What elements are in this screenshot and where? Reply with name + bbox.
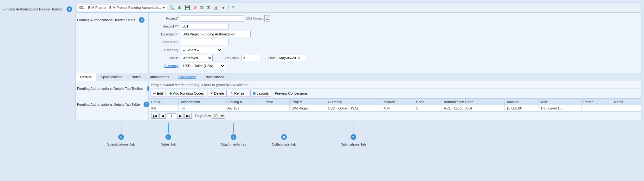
edit-label: Edit [157, 91, 163, 95]
copy-button[interactable]: ⧉ [199, 4, 204, 11]
layouts-icon: ⊞ [253, 91, 256, 96]
add-funding-button[interactable]: ⊕ Add Funding Codes [167, 90, 206, 97]
category-select[interactable]: -- Select -- [181, 47, 222, 53]
next-page-button[interactable]: ▶ [177, 113, 184, 119]
cell-row0-col3 [264, 105, 289, 111]
category-row: Category -- Select -- [152, 47, 637, 53]
funding-auth-header-toolbar: 001 - BIM Project - BIM Project Funding … [76, 3, 641, 13]
col-wbs-menu[interactable]: ⋮ [550, 100, 553, 104]
header-fields-label-text: Funding Authorizations Header Fields [77, 18, 135, 22]
help-button[interactable]: ? [231, 5, 235, 11]
cell-row0-col4: BIM Project [289, 105, 326, 111]
record-input[interactable] [181, 23, 229, 29]
col-attachments: Attachments⋮ [178, 99, 224, 105]
badge-6: 6 [165, 134, 171, 140]
col-code-menu[interactable]: ⋮ [426, 100, 429, 104]
annotation-9: 9 Notifications Tab [340, 123, 366, 146]
table-row: 001(0)Dev 109BIM ProjectUSD - Dollar (US… [149, 105, 641, 111]
page-size-label: Page Size [195, 114, 211, 118]
currency-select[interactable]: USD - Dollar (USA) [181, 63, 225, 69]
layouts-label: Layouts [257, 91, 269, 95]
col-source-menu[interactable]: ⋮ [396, 100, 399, 104]
date-input[interactable] [278, 55, 306, 61]
col-notes-menu[interactable]: ⋮ [624, 100, 628, 104]
email-button[interactable]: ✉ [206, 4, 211, 11]
col-auth-code: Authorization Code⋮ [442, 99, 505, 105]
description-input[interactable] [181, 31, 251, 37]
refresh-button[interactable]: ↻ Refresh [228, 90, 249, 97]
col-project-menu[interactable]: ⋮ [304, 100, 307, 104]
annotation-5-line [121, 123, 121, 133]
date-label: Date [267, 56, 278, 60]
annotation-7-label: Attachments Tab [221, 142, 247, 146]
col-period: Period⋮ [581, 99, 612, 105]
col-auth-code-menu[interactable]: ⋮ [475, 100, 478, 104]
status-row: Status Approved Revision Date [152, 55, 637, 61]
description-label: Description [152, 32, 181, 36]
edit-icon: ✏ [153, 91, 156, 96]
col-attachments-menu[interactable]: ⋮ [201, 100, 204, 104]
annotation-7: 7 Attachments Tab [221, 123, 247, 146]
toolbar-separator [229, 5, 229, 10]
more-button[interactable]: ▼ [220, 4, 227, 11]
col-line-menu[interactable]: ⋮ [162, 100, 165, 104]
layouts-button[interactable]: ⊞ Layouts [250, 90, 272, 97]
reference-input[interactable] [181, 39, 229, 45]
col-code: Code⋮ [414, 99, 442, 105]
project-label: Project [152, 16, 181, 20]
first-page-button[interactable]: |◀ [151, 113, 158, 119]
col-period-menu[interactable]: ⋮ [595, 100, 598, 104]
tab-notes[interactable]: Notes [127, 73, 145, 81]
current-page-input[interactable] [167, 113, 176, 118]
delete-button[interactable]: ✕ [192, 4, 198, 11]
header-fields-badge: 2 [139, 17, 145, 23]
annotation-8-line [284, 123, 284, 133]
refresh-label: Refresh [234, 91, 247, 95]
record-dropdown[interactable]: 001 - BIM Project - BIM Project Funding … [78, 4, 167, 11]
revision-input[interactable] [241, 55, 260, 61]
tab-specifications[interactable]: Specifications [96, 73, 127, 81]
cell-row0-col1: (0) [178, 105, 224, 111]
currency-link[interactable]: Currency [152, 64, 181, 68]
col-amount: Amount⋮ [505, 99, 538, 105]
add-button[interactable]: ⊕ [177, 4, 183, 11]
add-funding-label: Add Funding Codes [173, 91, 204, 95]
col-funding: Funding #⋮ [224, 99, 264, 105]
cell-row0-col8: RCL - 11568.8854 [442, 105, 505, 111]
project-input[interactable] [181, 15, 244, 22]
tab-collaborate[interactable]: Collaborate [174, 73, 201, 81]
tab-attachments[interactable]: Attachments [145, 73, 174, 81]
annotation-8-label: Collaborate Tab [272, 142, 296, 146]
badge-9: 9 [351, 134, 356, 140]
annotation-6-line [168, 123, 169, 133]
drag-hint: Drag a column header and drop it here to… [149, 81, 641, 89]
dropdown-arrow-icon[interactable]: ▼ [162, 6, 165, 9]
col-amount-menu[interactable]: ⋮ [520, 100, 523, 104]
cell-row0-col10: 1.3 - Level 1.3 [538, 105, 582, 111]
print-button[interactable]: 🖨 [213, 4, 219, 11]
annotation-7-line [233, 123, 234, 133]
last-page-button[interactable]: ▶| [184, 113, 192, 119]
page-size-select[interactable]: 20 50 100 [212, 113, 225, 119]
search-button[interactable]: 🔍 [168, 4, 176, 11]
dropdown-value: 001 - BIM Project - BIM Project Funding … [79, 6, 161, 9]
status-select[interactable]: Approved [181, 55, 213, 61]
tab-notifications[interactable]: Notifications [201, 73, 229, 81]
edit-button[interactable]: ✏ Edit [151, 90, 165, 97]
project-picker-button[interactable]: ... [264, 15, 270, 22]
badge-8: 8 [281, 134, 287, 140]
col-currency-menu[interactable]: ⋮ [343, 100, 346, 104]
category-label: Category [152, 48, 181, 52]
tab-details[interactable]: Details [76, 73, 96, 81]
col-year-menu[interactable]: ⋮ [274, 100, 277, 104]
main-content: 001 - BIM Project - BIM Project Funding … [75, 3, 641, 120]
preview-button[interactable]: Preview Conversions [273, 90, 310, 97]
delete-row-button[interactable]: ✕ Delete [208, 90, 227, 97]
attachment-link[interactable]: (0) [181, 106, 185, 110]
revision-label: Revision [222, 56, 241, 60]
save-button[interactable]: 💾 [184, 4, 191, 11]
prev-page-button[interactable]: ◀ [159, 113, 166, 119]
details-table-label-text: Funding Authorizations Details Tab Table [77, 103, 140, 106]
col-funding-menu[interactable]: ⋮ [243, 100, 246, 104]
project-row: Project BIM Project ... [152, 15, 637, 22]
